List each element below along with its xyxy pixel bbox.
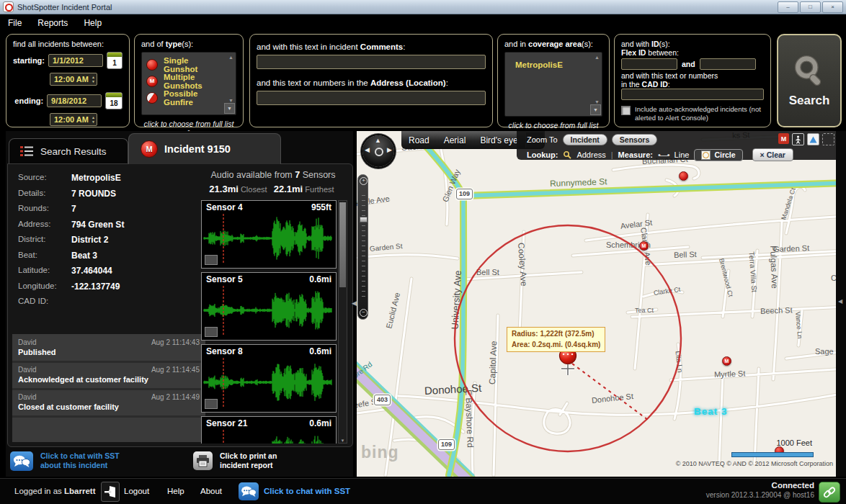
event-row[interactable]: DavidAug 2 11:14:49Closed at customer fa… (12, 390, 205, 418)
measure-circle-button[interactable]: Circle (694, 149, 742, 161)
start-time-spinner[interactable]: ▲▼ (92, 75, 95, 84)
zoom-slider[interactable]: + − (357, 174, 368, 320)
sensor-card[interactable]: Sensor 4955ft (201, 200, 337, 269)
menu-item-reports[interactable]: Reports (30, 18, 76, 28)
logout-button[interactable]: Logout (124, 487, 149, 495)
sensor-waveform[interactable] (202, 356, 334, 408)
flex-id-to-input[interactable] (700, 58, 756, 70)
terrain-layer-icon[interactable] (807, 133, 819, 145)
pan-up-icon[interactable]: ▲ (375, 137, 381, 144)
dropdown-icon[interactable]: ▼ (224, 103, 235, 114)
incident-field-row: Source:MetropolisE (18, 173, 200, 183)
auto-ack-checkbox[interactable] (621, 106, 631, 115)
street-view-person-icon[interactable] (792, 133, 804, 145)
coverage-area-item[interactable]: MetropolisE (509, 56, 590, 73)
event-action: Acknowledged at customer facility (18, 375, 200, 384)
field-label: Latitude: (18, 266, 71, 276)
incident-actions: Click to chat with SST about this incide… (10, 446, 295, 475)
type-item[interactable]: MMultiple Gunshots (146, 73, 224, 89)
sensor-card[interactable]: Sensor 210.6mi (201, 416, 337, 444)
speaker-icon[interactable] (205, 327, 218, 337)
sensor-waveform[interactable] (202, 212, 334, 264)
search-button[interactable]: Search (777, 34, 842, 127)
map-scale-bar (731, 452, 814, 457)
scroll-down-icon[interactable]: ▼ (228, 98, 233, 103)
event-row[interactable]: DavidAug 2 11:14:45Acknowledged at custo… (12, 363, 205, 390)
cad-id-input[interactable] (621, 89, 764, 100)
comments-input[interactable] (257, 55, 486, 69)
tab-incident-9150[interactable]: M Incident 9150 (128, 133, 281, 164)
event-time: Aug 2 11:14:45 (151, 366, 200, 374)
scroll-down-icon[interactable]: ▼ (339, 438, 347, 443)
field-value: MetropolisE (71, 173, 121, 183)
chat-icon[interactable] (239, 482, 259, 500)
zoom-to-incident-button[interactable]: Incident (563, 134, 607, 145)
calendar-start-icon[interactable]: 1 (107, 52, 123, 69)
pan-right-icon[interactable]: ▶ (387, 146, 392, 153)
calendar-end-icon[interactable]: 18 (105, 92, 123, 109)
scroll-up-icon[interactable]: ▲ (595, 55, 600, 60)
end-date-input[interactable] (47, 94, 102, 107)
compass-center-icon[interactable] (375, 148, 383, 156)
sensor-card[interactable]: Sensor 50.6mi (201, 272, 337, 341)
about-button[interactable]: About (200, 487, 222, 495)
help-button[interactable]: Help (167, 487, 184, 495)
dropdown-icon[interactable]: ▼ (590, 104, 601, 115)
type-item[interactable]: Possible Gunfire (146, 89, 224, 106)
sensor-waveform[interactable] (202, 428, 334, 444)
close-button[interactable]: × (822, 1, 843, 13)
scroll-down-icon[interactable]: ▼ (595, 99, 600, 104)
zoom-out-icon[interactable]: − (360, 309, 368, 317)
menu-bar: FileReportsHelp (0, 14, 846, 31)
splitter-collapse-icon[interactable]: ◀ (352, 300, 357, 307)
scrollbar-thumb[interactable] (339, 202, 346, 287)
field-value: 37.464044 (71, 266, 112, 276)
map-view-road[interactable]: Road (409, 135, 429, 145)
event-row[interactable]: DavidAug 2 11:14:43Published (12, 336, 205, 363)
connection-link-icon[interactable] (819, 482, 840, 503)
possible-gunfire-icon (146, 92, 158, 104)
start-date-input[interactable] (48, 54, 103, 67)
address-input[interactable] (257, 91, 486, 105)
polygon-select-icon[interactable] (822, 133, 834, 145)
tab-search-results[interactable]: Search Results (9, 138, 128, 164)
chat-icon[interactable] (10, 451, 33, 471)
minimize-button[interactable]: – (778, 1, 798, 13)
type-item[interactable]: Single Gunshot (146, 56, 224, 73)
zoom-in-icon[interactable]: + (360, 177, 368, 185)
zoom-slider-thumb[interactable] (360, 217, 368, 222)
type-item-label: Multiple Gunshots (164, 73, 224, 90)
map-canvas[interactable]: Sacramento Stks StGlen WayOakdale AveRun… (357, 131, 846, 477)
chat-with-sst-incident-link[interactable]: Click to chat with SST about this incide… (40, 451, 124, 469)
end-time-input[interactable] (50, 113, 97, 126)
menu-item-file[interactable]: File (0, 18, 30, 28)
end-time-spinner[interactable]: ▲▼ (92, 115, 95, 124)
pan-compass-control[interactable]: ▲ ◀ ▶ (362, 135, 394, 167)
map-view-birdseye[interactable]: Bird's eye (480, 135, 517, 145)
speaker-icon[interactable] (205, 255, 218, 265)
zoom-to-sensors-button[interactable]: Sensors (612, 134, 657, 145)
chat-with-sst-link[interactable]: Click to chat with SST (264, 487, 350, 495)
map-view-aerial[interactable]: Aerial (444, 135, 466, 145)
collapse-panel-icon[interactable]: ◀ (838, 298, 842, 305)
menu-item-help[interactable]: Help (76, 18, 110, 28)
logout-door-icon[interactable] (101, 482, 120, 502)
lookup-address-button[interactable]: Address (576, 150, 605, 159)
print-incident-report-link[interactable]: Click to print an incident report (220, 451, 295, 469)
start-time-input[interactable] (50, 73, 97, 86)
coverage-list[interactable]: ▲ ▼ ▼ MetropolisE (504, 52, 602, 117)
measure-line-button[interactable]: Line (674, 150, 690, 159)
speaker-icon[interactable] (205, 399, 218, 409)
flex-id-from-input[interactable] (621, 58, 677, 70)
field-label: District: (18, 235, 71, 245)
maximize-button[interactable]: □ (800, 1, 821, 13)
pan-left-icon[interactable]: ◀ (365, 146, 370, 153)
print-icon[interactable] (193, 451, 213, 470)
measure-clear-button[interactable]: × Clear (752, 148, 793, 161)
sensor-card[interactable]: Sensor 80.6mi (201, 344, 337, 413)
sensor-waveform[interactable] (202, 284, 334, 336)
multiple-gunshot-layer-icon[interactable]: M (778, 133, 789, 144)
sensor-list-scrollbar[interactable]: ▲ ▼ (338, 200, 347, 444)
scroll-up-icon[interactable]: ▲ (228, 55, 233, 60)
type-list[interactable]: ▲ ▼ ▼ Single GunshotMMultiple GunshotsPo… (141, 52, 236, 115)
